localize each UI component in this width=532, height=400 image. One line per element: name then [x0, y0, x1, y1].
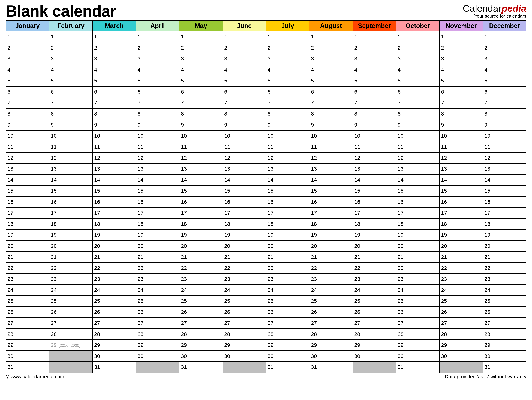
day-cell-content: 28: [396, 331, 439, 337]
day-row: 555555555555: [6, 75, 526, 86]
day-cell: 23: [179, 273, 223, 285]
day-cell-content: 20: [310, 243, 353, 249]
day-number: 6: [354, 89, 357, 95]
day-row: 111111111111111111111111: [6, 141, 526, 152]
day-number: 7: [138, 100, 140, 105]
day-cell: 19: [266, 229, 310, 240]
day-cell: 4: [93, 64, 136, 75]
day-cell-content: 23: [440, 276, 483, 282]
day-cell: 23: [266, 273, 310, 285]
day-cell: 10: [6, 130, 49, 142]
day-cell: 9: [396, 119, 440, 130]
month-name: August: [320, 22, 342, 29]
day-number: 15: [94, 188, 100, 194]
day-cell-content: 30: [223, 353, 266, 359]
day-number: 13: [441, 166, 447, 172]
day-cell-content: 16: [93, 199, 136, 205]
month-header: August: [309, 21, 353, 31]
day-cell: 13: [223, 163, 266, 174]
day-number: 26: [354, 309, 360, 315]
day-cell: 8: [179, 108, 223, 119]
day-cell-content: 14: [179, 177, 222, 183]
day-number: 28: [354, 331, 360, 337]
day-number: 1: [7, 34, 10, 39]
day-cell: 26: [136, 307, 179, 318]
day-number: 22: [311, 265, 317, 271]
day-number: 23: [398, 276, 404, 282]
month-name: June: [237, 22, 252, 29]
day-cell-content: 14: [223, 177, 266, 183]
day-cell-content: 11: [396, 144, 439, 150]
day-cell: 30: [136, 351, 179, 362]
day-cell: 29: [309, 339, 353, 351]
month-header: September: [353, 21, 396, 31]
day-number: 16: [398, 199, 404, 205]
day-number: 21: [354, 254, 360, 260]
day-cell: 2: [353, 42, 396, 53]
day-number: 4: [484, 67, 487, 73]
day-cell-content: 3: [223, 56, 266, 62]
day-cell-content: 28: [49, 331, 92, 337]
day-cell: 12: [396, 152, 440, 164]
day-number: 28: [138, 331, 143, 337]
day-cell: 29: [266, 339, 310, 351]
day-cell-content: 29: [93, 342, 136, 348]
day-number: 14: [7, 177, 13, 183]
day-cell-content: 22: [179, 265, 222, 271]
day-cell-content: 29: [179, 342, 222, 348]
day-cell: 9: [266, 119, 310, 130]
day-cell: 2: [309, 42, 353, 53]
day-cell: 13: [309, 163, 353, 174]
day-number: 3: [441, 56, 444, 62]
month-name: January: [15, 22, 40, 29]
day-cell-content: 13: [223, 166, 266, 172]
day-cell-content: 29: [266, 342, 309, 348]
day-cell-content: 14: [310, 177, 353, 183]
day-number: 5: [268, 78, 271, 84]
day-cell: 27: [396, 318, 440, 329]
footer-copyright: © www.calendarpedia.com: [6, 374, 64, 380]
day-number: 2: [311, 45, 314, 51]
day-row: 444444444444: [6, 64, 526, 75]
day-cell: [49, 362, 93, 373]
day-cell-content: 15: [6, 188, 49, 194]
day-number: 27: [94, 320, 100, 326]
day-number: 23: [94, 276, 100, 282]
day-cell-content: 19: [396, 232, 439, 238]
day-cell: 15: [483, 185, 526, 197]
day-cell: 25: [6, 295, 49, 307]
day-number: 22: [7, 265, 13, 271]
day-row: 121212121212121212121212: [6, 152, 526, 164]
day-cell: 13: [6, 163, 49, 174]
day-number: 27: [224, 320, 230, 326]
day-cell: 23: [6, 273, 49, 285]
day-cell-content: 9: [49, 122, 92, 128]
day-cell: 14: [353, 174, 396, 185]
day-cell-content: 8: [49, 111, 92, 117]
day-cell-content: 15: [353, 188, 396, 194]
day-number: 16: [354, 199, 360, 205]
day-cell-content: 3: [49, 56, 92, 62]
month-header-row: JanuaryFebruaryMarchAprilMayJuneJulyAugu…: [6, 21, 526, 31]
day-cell: 7: [93, 97, 136, 108]
day-number: 19: [224, 232, 230, 238]
day-cell-content: 4: [483, 67, 526, 73]
day-cell: 20: [136, 240, 179, 252]
day-cell-content: 23: [396, 276, 439, 282]
day-cell-content: 18: [136, 221, 179, 227]
day-row: 222222222222: [6, 42, 526, 53]
day-cell-content: 13: [179, 166, 222, 172]
day-cell-content: 8: [483, 111, 526, 117]
day-cell: 26: [483, 307, 526, 318]
day-cell-content: 20: [136, 243, 179, 249]
day-number: 20: [94, 243, 100, 249]
day-cell: 30: [483, 351, 526, 362]
day-cell-content: 9: [136, 122, 179, 128]
day-cell: 11: [309, 141, 353, 152]
day-cell-content: 10: [179, 133, 222, 139]
day-number: 12: [398, 155, 404, 161]
day-cell-content: 6: [353, 89, 396, 95]
day-number: 20: [311, 243, 317, 249]
day-cell-content: 4: [266, 67, 309, 73]
day-cell-content: 16: [353, 199, 396, 205]
